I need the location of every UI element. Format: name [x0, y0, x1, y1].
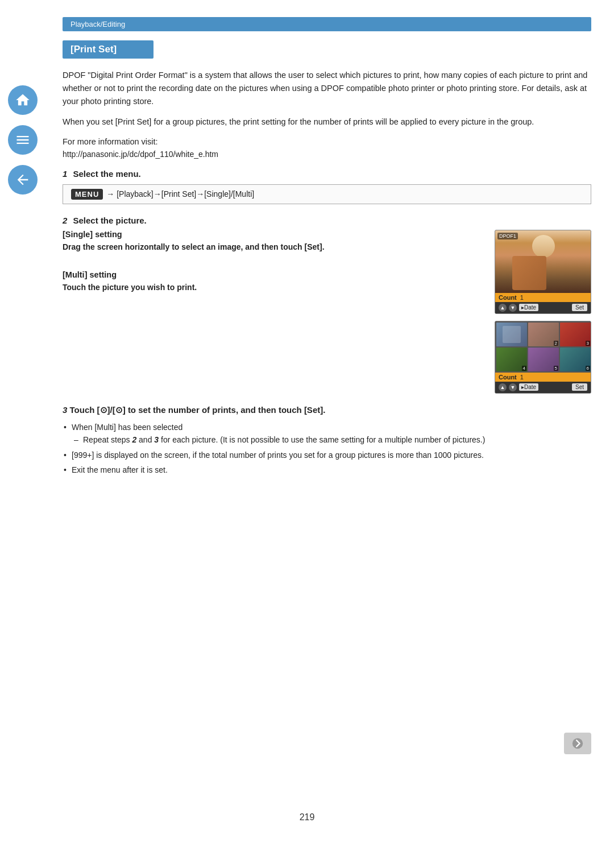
dpof-badge: DPOF1 [497, 233, 518, 239]
step1-title: Select the menu. [73, 169, 141, 179]
single-desc: Drag the screen horizontally to select a… [63, 241, 481, 253]
multi-badge-4: 4 [522, 366, 526, 371]
multi-camera-ui: 2 3 4 5 [495, 321, 591, 394]
multi-thumb-2[interactable]: 2 [528, 323, 559, 346]
intro-p1: DPOF "Digital Print Order Format" is a s… [63, 69, 591, 109]
bullet-2: [999+] is displayed on the screen, if th… [72, 449, 591, 461]
step1: 1 Select the menu. MENU → [Playback]→[Pr… [63, 169, 591, 204]
step1-number: 1 [63, 169, 67, 179]
multi-set-btn[interactable]: Set [572, 383, 587, 391]
multi-thumb-5[interactable]: 5 [528, 348, 559, 371]
single-count-value: 1 [520, 294, 524, 301]
multi-thumb-3[interactable]: 3 [560, 323, 591, 346]
step2: 2 Select the picture. [Single] setting D… [63, 216, 591, 394]
multi-thumb-6[interactable]: 6 [560, 348, 591, 371]
single-count-bar: Count 1 [495, 293, 591, 302]
set-btn[interactable]: Set [572, 304, 587, 311]
multi-thumb-1[interactable] [496, 323, 527, 346]
multi-count-bar: Count 1 [495, 373, 591, 382]
intro-p3: For more information visit: [63, 135, 591, 148]
single-preview: DPOF1 [495, 230, 591, 293]
step2-number: 2 [63, 216, 67, 225]
multi-preview: 2 3 4 5 [495, 321, 591, 373]
multi-label: [Multi] setting [63, 270, 481, 279]
multi-count-up-btn[interactable]: ▲ [499, 383, 507, 391]
multi-count-value: 1 [520, 374, 524, 381]
breadcrumb: Playback/Editing [63, 17, 591, 31]
menu-icon[interactable] [8, 125, 38, 155]
intro-url: http://panasonic.jp/dc/dpof_110/white_e.… [63, 150, 591, 159]
multi-desc: Touch the picture you wish to print. [63, 282, 481, 294]
next-arrow-button[interactable] [564, 733, 591, 754]
sub-bullet-1-item: Repeat steps 2 and 3 for each picture. (… [83, 433, 591, 446]
back-icon[interactable] [8, 165, 38, 195]
multi-badge-5: 5 [554, 366, 558, 371]
main-content: Playback/Editing [Print Set] DPOF "Digit… [51, 0, 614, 522]
step3: 3 Touch [⊙]/[⊙] to set the number of pri… [63, 405, 591, 477]
multi-count-label: Count [499, 374, 517, 381]
bullet-3: Exit the menu after it is set. [72, 464, 591, 476]
menu-key: MENU [71, 189, 103, 200]
multi-controls: ▲ ▼ ▸Date Set [495, 382, 591, 393]
single-label: [Single] setting [63, 230, 481, 239]
multi-badge-6: 6 [586, 366, 590, 371]
multi-count-down-btn[interactable]: ▼ [509, 383, 517, 391]
multi-badge-3: 3 [586, 341, 590, 346]
count-down-btn[interactable]: ▼ [509, 304, 517, 312]
step2-images: DPOF1 Count 1 ▲ ▼ ▸Date Set [495, 230, 591, 394]
menu-path: → [Playback]→[Print Set]→[Single]/[Multi… [106, 189, 254, 199]
single-count-label: Count [499, 294, 517, 301]
page-number: 219 [300, 812, 315, 822]
count-up-btn[interactable]: ▲ [499, 304, 507, 312]
intro-p2: When you set [Print Set] for a group pic… [63, 115, 591, 129]
sidebar [0, 80, 45, 195]
single-camera-ui: DPOF1 Count 1 ▲ ▼ ▸Date Set [495, 230, 591, 314]
bullet-1: When [Multi] has been selected Repeat st… [72, 421, 591, 447]
step2-text: [Single] setting Drag the screen horizon… [63, 230, 481, 301]
step2-body: [Single] setting Drag the screen horizon… [63, 230, 591, 394]
step3-number: 3 [63, 405, 67, 415]
multi-date-btn[interactable]: ▸Date [519, 383, 538, 391]
single-controls: ▲ ▼ ▸Date Set [495, 302, 591, 313]
step2-title: Select the picture. [73, 216, 147, 225]
multi-thumb-4[interactable]: 4 [496, 348, 527, 371]
step3-bullets: When [Multi] has been selected Repeat st… [63, 421, 591, 477]
sub-bullet-1: Repeat steps 2 and 3 for each picture. (… [72, 433, 591, 446]
step3-title-text: Touch [⊙]/[⊙] to set the number of print… [70, 405, 326, 415]
date-btn[interactable]: ▸Date [519, 304, 538, 311]
svg-point-0 [572, 738, 583, 749]
home-icon[interactable] [8, 85, 38, 115]
menu-path-box: MENU → [Playback]→[Print Set]→[Single]/[… [63, 184, 591, 204]
multi-badge-2: 2 [554, 341, 558, 346]
step3-title: 3 Touch [⊙]/[⊙] to set the number of pri… [63, 405, 591, 415]
section-title: [Print Set] [63, 40, 154, 59]
